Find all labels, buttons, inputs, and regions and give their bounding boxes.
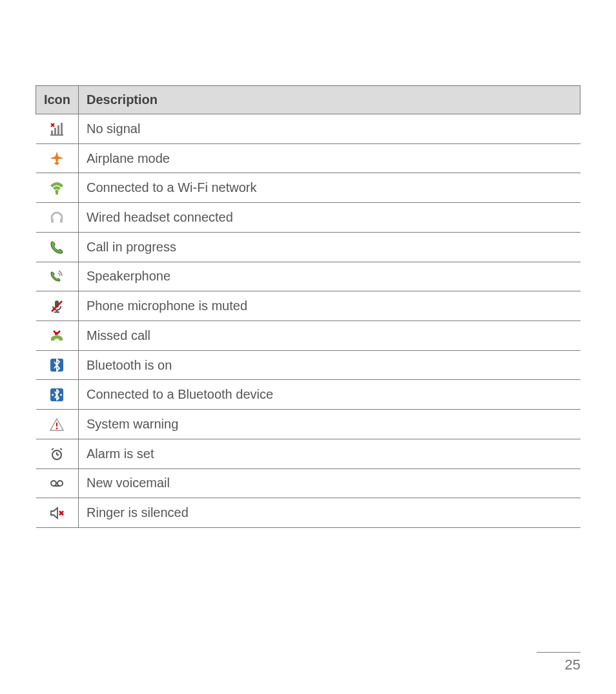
description-cell: Bluetooth is on	[79, 350, 580, 380]
description-cell: Speakerphone	[79, 262, 580, 291]
table-row: Speakerphone	[36, 262, 580, 291]
voicemail-icon	[36, 468, 79, 498]
description-cell: Call in progress	[79, 232, 580, 262]
table-row: Connected to a Wi-Fi network	[36, 173, 580, 203]
table-row: Call in progress	[36, 232, 580, 262]
ringer-silenced-icon	[36, 498, 79, 528]
headset-icon	[36, 203, 79, 233]
description-cell: New voicemail	[79, 468, 580, 498]
svg-rect-6	[56, 193, 58, 195]
system-warning-icon	[36, 410, 79, 439]
description-cell: System warning	[79, 410, 580, 439]
table-row: Connected to a Bluetooth device	[36, 380, 580, 410]
svg-rect-7	[51, 218, 54, 223]
svg-rect-1	[54, 128, 56, 134]
description-cell: No signal	[79, 114, 580, 144]
header-description: Description	[79, 86, 580, 114]
svg-rect-0	[51, 131, 53, 134]
svg-point-18	[56, 428, 58, 430]
bluetooth-on-icon	[36, 350, 79, 380]
description-cell: Wired headset connected	[79, 203, 580, 233]
alarm-set-icon	[36, 439, 79, 468]
svg-point-15	[52, 394, 54, 396]
svg-point-16	[60, 394, 62, 396]
table-row: Wired headset connected	[36, 203, 580, 233]
page: Icon Description No signal	[0, 0, 616, 694]
table-row: No signal	[36, 114, 580, 144]
wifi-connected-icon	[36, 173, 79, 203]
description-cell: Ringer is silenced	[79, 498, 580, 528]
svg-point-25	[57, 481, 63, 486]
header-icon: Icon	[36, 86, 79, 114]
svg-rect-3	[61, 123, 63, 134]
table-row: Alarm is set	[36, 439, 580, 468]
table-row: Missed call	[36, 321, 580, 351]
description-cell: Phone microphone is muted	[79, 291, 580, 321]
svg-line-22	[52, 448, 54, 450]
page-number: 25	[537, 649, 580, 673]
svg-line-23	[60, 448, 62, 450]
mic-muted-icon	[36, 291, 79, 321]
description-cell: Connected to a Wi-Fi network	[79, 173, 580, 203]
table-row: Phone microphone is muted	[36, 291, 580, 321]
table-header-row: Icon Description	[36, 86, 580, 114]
description-cell: Connected to a Bluetooth device	[79, 380, 580, 410]
bluetooth-connected-icon	[36, 380, 79, 410]
table-row: Bluetooth is on	[36, 350, 580, 380]
table-row: Ringer is silenced	[36, 498, 580, 528]
svg-rect-8	[60, 218, 63, 223]
missed-call-icon	[36, 321, 79, 351]
call-in-progress-icon	[36, 232, 79, 262]
speakerphone-icon	[36, 262, 79, 291]
no-signal-icon	[36, 114, 79, 144]
description-cell: Airplane mode	[79, 143, 580, 173]
description-cell: Alarm is set	[79, 439, 580, 468]
table-row: Airplane mode	[36, 143, 580, 173]
svg-point-24	[51, 481, 56, 486]
icon-description-table: Icon Description No signal	[36, 85, 580, 528]
table-row: New voicemail	[36, 468, 580, 498]
description-cell: Missed call	[79, 321, 580, 351]
airplane-mode-icon	[36, 143, 79, 173]
svg-rect-2	[57, 125, 59, 134]
svg-point-5	[56, 190, 59, 193]
table-row: System warning	[36, 410, 580, 439]
